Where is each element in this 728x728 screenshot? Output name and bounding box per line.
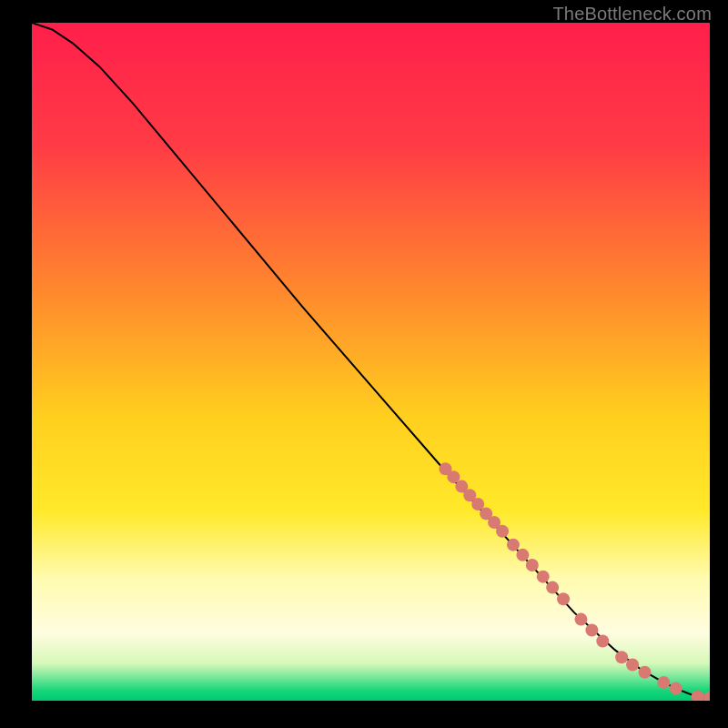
gradient-background — [32, 23, 710, 701]
marker-point — [516, 549, 529, 561]
marker-point — [557, 592, 570, 605]
plot-area — [32, 23, 710, 701]
marker-point — [670, 682, 682, 695]
marker-point — [496, 525, 509, 538]
marker-point — [638, 666, 651, 679]
marker-point — [615, 651, 628, 663]
marker-point — [585, 624, 598, 637]
marker-point — [526, 559, 539, 571]
marker-point — [546, 581, 559, 594]
marker-point — [574, 613, 587, 626]
marker-point — [537, 571, 550, 583]
bottleneck-chart — [32, 23, 710, 701]
marker-point — [657, 676, 670, 689]
marker-point — [626, 659, 639, 672]
chart-frame: TheBottleneck.com — [0, 0, 728, 728]
marker-point — [507, 539, 520, 551]
marker-point — [596, 634, 609, 647]
watermark-text: TheBottleneck.com — [552, 4, 712, 25]
